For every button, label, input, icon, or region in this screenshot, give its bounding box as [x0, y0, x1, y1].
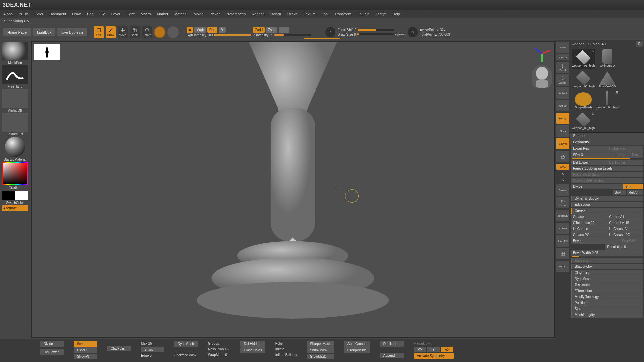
axis-gizmo[interactable] — [532, 44, 552, 64]
gyro-button[interactable] — [154, 26, 165, 38]
dynamic-label[interactable]: Dynamic — [395, 33, 406, 36]
position-accordion[interactable]: Position — [571, 300, 643, 306]
stroke-slot[interactable]: FreeHand — [1, 65, 29, 88]
rstr-button[interactable]: Rstr — [630, 152, 643, 158]
menu-texture[interactable]: Texture — [304, 12, 316, 16]
shelf-del-lower[interactable]: Del Lower — [40, 349, 64, 355]
rotate3d-button[interactable]: Rotate — [556, 223, 569, 234]
zsub-toggle[interactable]: Zsub — [266, 27, 277, 33]
tool-tile[interactable]: 5weapon_06_high — [572, 49, 595, 69]
shelf-shrink-mask[interactable]: ShrinkMask — [307, 347, 334, 353]
color-picker[interactable]: Gradient — [1, 162, 29, 190]
shelf-showpt[interactable]: ShowPt — [74, 354, 97, 359]
menu-draw[interactable]: Draw — [72, 12, 81, 16]
polyframe-button[interactable] — [556, 248, 569, 259]
brush-slot[interactable]: MaskPen — [1, 42, 29, 65]
shelf-edge0[interactable]: Edge 0 — [141, 353, 164, 358]
menu-stroke[interactable]: Stroke — [287, 12, 298, 16]
lock-button[interactable] — [556, 151, 569, 162]
shelf-groups[interactable]: Groups — [208, 341, 230, 346]
del-lower-button[interactable]: Del Lower — [571, 160, 607, 165]
switch-color-label[interactable]: SwitchColor — [6, 201, 24, 205]
shelf-dynamesh[interactable]: DynaMesh — [174, 341, 198, 347]
menu-material[interactable]: Material — [174, 12, 187, 16]
uncrease-pg-button[interactable]: UnCrease PG — [607, 232, 644, 238]
linefill-button[interactable]: Line Fill — [556, 235, 569, 247]
rgb-toggle[interactable]: Rgb — [207, 27, 217, 33]
edgeloop-accordion[interactable]: EdgeLoop — [571, 202, 643, 207]
mirror-y[interactable]: >Y< — [427, 347, 440, 352]
menu-stencil[interactable]: Stencil — [270, 12, 281, 16]
geometry-header[interactable]: Geometry — [570, 139, 644, 145]
dynamic-subdiv-accordion[interactable]: Dynamic Subdiv — [571, 196, 643, 201]
scroll-button[interactable]: Scroll — [556, 62, 569, 73]
mrgb-toggle[interactable]: Mrgb — [194, 27, 206, 33]
rot-y-button[interactable]: ⟳ — [556, 178, 569, 183]
texture-slot[interactable]: Texture Off — [1, 113, 29, 136]
shelf-polish[interactable]: Polish — [275, 341, 297, 346]
convert-bpr-button[interactable]: Convert BPR To Geo — [571, 178, 643, 183]
reference-thumbnail[interactable] — [34, 44, 60, 60]
shelf-resolution[interactable]: Resolution 128 — [208, 347, 230, 352]
menu-macro[interactable]: Macro — [141, 12, 151, 16]
zcut-toggle[interactable]: Zcut — [279, 27, 289, 33]
rot-x-button[interactable]: ⟲ — [556, 171, 569, 176]
meshintegrity-accordion[interactable]: MeshIntegrity — [571, 312, 643, 318]
freeze-subdiv-button[interactable]: Freeze SubDivision Levels — [571, 166, 643, 171]
aahalf-button[interactable]: AAHalf — [556, 100, 569, 111]
shelf-wrapmode[interactable]: WrapMode 0 — [208, 352, 230, 357]
frame-button[interactable]: Frame — [556, 184, 569, 196]
shelf-sharpen-mask[interactable]: SharpenMask — [307, 341, 334, 347]
shelf-del-hidden[interactable]: Del Hidden — [240, 341, 265, 347]
m-toggle[interactable]: M — [219, 27, 225, 33]
smt-toggle[interactable]: Smt — [623, 184, 643, 189]
edgesharp-accordion[interactable]: EdgeSharp — [571, 258, 643, 263]
shelf-append[interactable]: Append — [380, 353, 404, 358]
mirror-x[interactable]: >X< — [414, 347, 426, 352]
bevel-width-track[interactable] — [572, 256, 579, 257]
menu-alpha[interactable]: Alpha — [3, 12, 13, 16]
draw-button[interactable]: Draw — [106, 26, 116, 38]
shelf-grow-mask[interactable]: GrowMask — [307, 354, 334, 359]
edit-button[interactable]: Edit — [94, 26, 104, 38]
size-curve-icon[interactable]: D — [408, 27, 418, 37]
scale-button[interactable]: Scale — [130, 26, 140, 38]
menu-render[interactable]: Render — [252, 12, 264, 16]
tool-tile[interactable]: Cylinder3D — [596, 49, 619, 69]
swatch-black[interactable] — [2, 191, 15, 200]
material-slot[interactable]: StartupMaterial — [1, 137, 29, 161]
bevel-button[interactable]: Bevel — [571, 238, 620, 244]
move-button[interactable]: Move — [118, 26, 128, 38]
persp-button[interactable]: Persp — [556, 113, 569, 124]
shelf-divide[interactable]: Divide — [40, 341, 64, 347]
reconstruct-button[interactable]: Reconstruct Subdiv — [571, 172, 643, 177]
uncrease-all-button[interactable]: UnCreaseAll — [607, 226, 644, 232]
crease-pg-button[interactable]: Crease PG — [571, 232, 607, 238]
menu-edit[interactable]: Edit — [87, 12, 93, 16]
focal-shift-slider[interactable] — [358, 29, 394, 31]
bpr-button[interactable]: BPR — [556, 42, 569, 53]
sdiv-slider-track[interactable] — [572, 158, 630, 159]
propwidth-button[interactable]: PropWidth — [620, 238, 643, 244]
camera-head-gizmo[interactable] — [532, 65, 552, 88]
home-page-button[interactable]: Home Page — [3, 28, 31, 36]
rotate-button[interactable]: Rotate — [142, 26, 152, 38]
a-toggle[interactable]: A — [187, 27, 193, 33]
menu-tool[interactable]: Tool — [322, 12, 328, 16]
tool-tile[interactable]: 5weapon_04_high — [596, 90, 619, 110]
alpha-slot[interactable]: Alpha Off — [1, 89, 29, 112]
reuv-button[interactable]: ReUV — [627, 190, 643, 195]
ctolerance-slider[interactable]: CTolerance 22 — [571, 220, 607, 226]
cage-button[interactable]: Cage — [616, 152, 630, 158]
crease-button[interactable]: Crease — [571, 214, 607, 220]
draw-size-slider[interactable] — [357, 33, 394, 35]
suv-button[interactable]: Suv — [613, 190, 626, 195]
shelf-close-holes[interactable]: Close Holes — [240, 347, 265, 353]
shelf-group-visible[interactable]: GroupVisible — [344, 347, 370, 353]
lsym-button[interactable]: L.Sym — [556, 138, 569, 149]
transp-button[interactable]: Transp — [556, 261, 569, 272]
alternate-button[interactable]: Alternate — [2, 205, 28, 211]
modify-topology-accordion[interactable]: Modify Topology — [571, 294, 643, 300]
size-accordion[interactable]: Size — [571, 306, 643, 312]
zadd-toggle[interactable]: Zadd — [253, 27, 265, 33]
